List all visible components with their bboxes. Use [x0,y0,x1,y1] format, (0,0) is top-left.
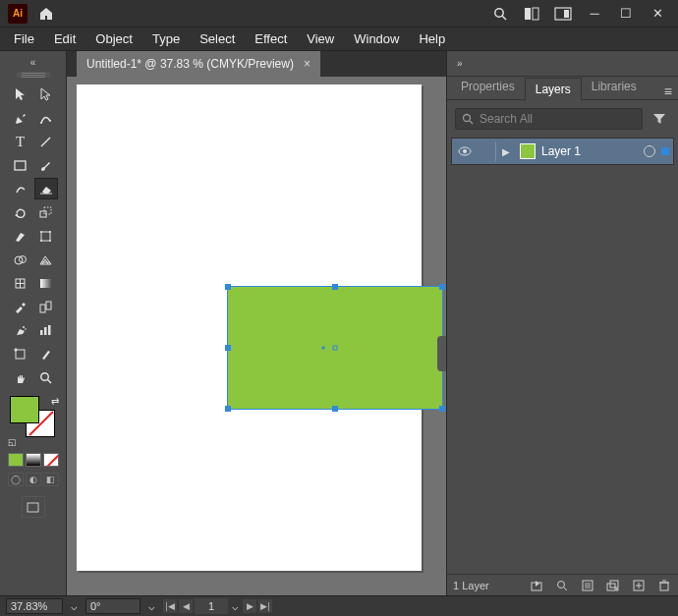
swap-fill-stroke-icon[interactable]: ⇄ [51,396,59,407]
layer-name-label[interactable]: Layer 1 [541,144,638,158]
resize-handle-top-left[interactable] [225,284,231,290]
draw-inside-button[interactable]: ◧ [43,473,59,486]
resize-handle-top-middle[interactable] [332,284,338,290]
collect-for-export-icon[interactable] [529,580,544,591]
pen-tool[interactable] [9,107,32,129]
symbol-sprayer-tool[interactable] [9,319,32,341]
new-sublayer-icon[interactable] [605,580,621,591]
filter-icon[interactable] [649,108,670,130]
gradient-mode-button[interactable] [26,453,41,467]
default-fill-stroke-icon[interactable]: ◱ [8,437,17,447]
panel-menu-icon[interactable]: ≡ [664,84,678,99]
resize-handle-bottom-middle[interactable] [332,406,338,412]
locate-object-icon[interactable] [554,580,570,591]
disclosure-triangle-icon[interactable]: ▶ [502,146,514,157]
selection-indicator[interactable] [661,147,669,155]
zoom-dropdown-icon[interactable]: ⌵ [71,600,78,613]
last-artboard-button[interactable]: ▶| [258,599,272,613]
eyedropper-tool[interactable] [9,296,32,317]
type-tool[interactable]: T [9,131,32,152]
screen-mode-button[interactable] [22,496,45,518]
menu-window[interactable]: Window [346,28,407,49]
rotate-tool[interactable] [9,201,32,223]
menu-object[interactable]: Object [87,28,141,49]
menu-select[interactable]: Select [192,28,243,49]
fill-swatch[interactable] [10,396,39,423]
tools-grip[interactable] [17,72,50,78]
column-graph-tool[interactable] [34,319,58,341]
resize-handle-bottom-left[interactable] [225,406,231,412]
zoom-level-input[interactable]: 37.83% [6,598,63,614]
slice-tool[interactable] [34,343,58,364]
delete-layer-icon[interactable] [656,580,672,591]
collapse-tools-icon[interactable]: « [30,57,36,68]
menu-edit[interactable]: Edit [46,28,84,49]
prev-artboard-button[interactable]: ◀ [179,599,193,613]
draw-behind-button[interactable]: ◐ [26,473,41,486]
shaper-tool[interactable] [9,178,32,199]
new-layer-icon[interactable] [631,580,647,591]
svg-rect-9 [15,161,26,170]
menu-view[interactable]: View [299,28,342,49]
line-segment-tool[interactable] [34,131,58,152]
minimize-button[interactable]: ─ [584,5,605,23]
width-tool[interactable] [9,225,32,247]
collapsed-side-panel-handle[interactable] [437,336,446,371]
layer-row[interactable]: ▶ Layer 1 [451,138,674,165]
resize-handle-middle-left[interactable] [225,345,231,351]
curvature-tool[interactable] [34,107,58,129]
svg-point-40 [463,149,467,153]
target-icon[interactable] [644,145,655,157]
gradient-tool[interactable] [34,272,58,294]
resize-handle-top-right[interactable] [439,284,445,290]
close-tab-icon[interactable]: × [304,57,311,71]
scale-tool[interactable] [34,201,58,223]
tab-libraries[interactable]: Libraries [582,76,647,99]
workspace-switcher-icon[interactable] [552,3,574,25]
tab-properties[interactable]: Properties [451,76,525,99]
center-point-icon[interactable] [333,346,338,351]
blend-tool[interactable] [34,296,58,317]
arrange-documents-icon[interactable] [521,3,542,25]
artboard-number-input[interactable]: 1 [195,598,228,614]
menu-help[interactable]: Help [411,28,453,49]
free-transform-tool[interactable] [34,225,58,247]
close-button[interactable]: ✕ [647,5,668,23]
home-icon[interactable] [35,3,57,25]
rotate-dropdown-icon[interactable]: ⌵ [148,600,155,613]
color-mode-button[interactable] [8,453,24,467]
tab-layers[interactable]: Layers [525,78,582,100]
perspective-grid-tool[interactable] [34,249,58,270]
resize-handle-bottom-right[interactable] [439,406,445,412]
make-clipping-mask-icon[interactable] [580,580,595,591]
menu-effect[interactable]: Effect [247,28,295,49]
hand-tool[interactable] [9,366,32,388]
selected-rectangle-shape[interactable] [227,286,443,410]
maximize-button[interactable]: ☐ [615,5,637,23]
next-artboard-button[interactable]: ▶ [243,599,256,613]
search-icon[interactable] [489,3,511,25]
none-mode-button[interactable] [43,453,59,467]
artboard-dropdown-icon[interactable]: ⌵ [230,600,241,613]
first-artboard-button[interactable]: |◀ [163,599,177,613]
canvas-viewport[interactable] [67,77,446,595]
layers-search-input[interactable]: Search All [455,108,643,130]
shape-builder-tool[interactable] [9,249,32,270]
collapse-panels-icon[interactable]: » [457,58,463,69]
fill-stroke-control[interactable]: ⇄ ◱ [8,396,59,447]
document-tab[interactable]: Untitled-1* @ 37.83 % (CMYK/Preview) × [77,51,320,77]
eraser-tool[interactable] [34,178,58,199]
selection-tool[interactable] [9,84,32,105]
mesh-tool[interactable] [9,272,32,294]
draw-normal-button[interactable]: ◯ [8,473,24,486]
artboard-tool[interactable] [9,343,32,364]
rectangle-tool[interactable] [9,154,32,176]
menu-type[interactable]: Type [144,28,188,49]
menu-file[interactable]: File [6,28,42,49]
zoom-tool[interactable] [34,366,58,388]
layer-thumbnail[interactable] [520,143,536,159]
visibility-toggle-icon[interactable] [456,146,474,156]
paintbrush-tool[interactable] [34,154,58,176]
rotate-view-input[interactable]: 0° [85,598,141,614]
direct-selection-tool[interactable] [34,84,58,105]
